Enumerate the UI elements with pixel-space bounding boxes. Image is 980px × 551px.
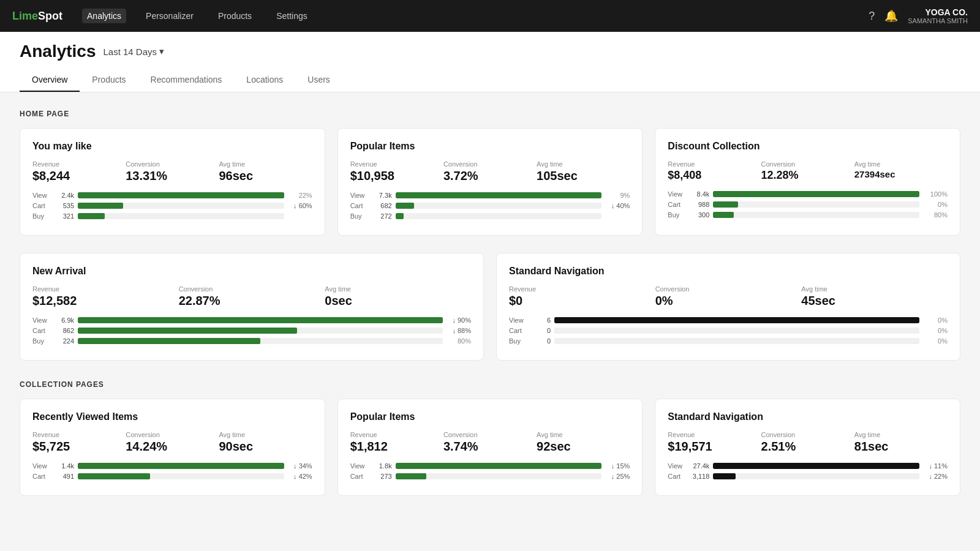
home-page-section-title: HOME PAGE — [20, 110, 960, 118]
collection-pages-section: COLLECTION PAGES Recently Viewed Items R… — [20, 380, 960, 496]
tab-overview[interactable]: Overview — [20, 69, 80, 92]
card-title: New Arrival — [32, 266, 471, 277]
card-title: Recently Viewed Items — [32, 411, 312, 422]
logo[interactable]: LimeSpot — [12, 10, 62, 23]
nav-products[interactable]: Products — [213, 9, 257, 23]
topnav-right: ? 🔔 YOGA CO. SAMANTHA SMITH — [869, 7, 968, 24]
revenue-value: $8,244 — [32, 169, 126, 183]
tab-products[interactable]: Products — [80, 69, 138, 92]
card-new-arrival: New Arrival Revenue $12,582 Conversion 2… — [20, 253, 484, 361]
avgtime-label: Avg time — [219, 160, 312, 168]
bell-icon[interactable]: 🔔 — [884, 9, 898, 23]
card-title: Standard Navigation — [509, 266, 948, 277]
main-content: HOME PAGE You may like Revenue $8,244 Co… — [0, 92, 980, 533]
topnav: LimeSpot Analytics Personalizer Products… — [0, 0, 980, 32]
collection-pages-cards: Recently Viewed Items Revenue $5,725 Con… — [20, 399, 960, 496]
card-title: Popular Items — [350, 411, 630, 422]
collection-pages-title: COLLECTION PAGES — [20, 380, 960, 389]
nav-settings[interactable]: Settings — [271, 9, 312, 23]
tab-locations[interactable]: Locations — [234, 69, 295, 92]
card-title: Discount Collection — [668, 141, 948, 152]
card-popular-items-home: Popular Items Revenue $10,958 Conversion… — [337, 128, 643, 236]
card-standard-nav-collection: Standard Navigation Revenue $19,571 Conv… — [655, 399, 960, 496]
home-page-cards-row2: New Arrival Revenue $12,582 Conversion 2… — [20, 253, 960, 361]
card-title: Standard Navigation — [668, 411, 948, 422]
card-you-may-like: You may like Revenue $8,244 Conversion 1… — [20, 128, 325, 236]
nav-analytics[interactable]: Analytics — [82, 9, 126, 23]
tab-recommendations[interactable]: Recommendations — [138, 69, 235, 92]
card-recently-viewed: Recently Viewed Items Revenue $5,725 Con… — [20, 399, 325, 496]
user-name: SAMANTHA SMITH — [908, 17, 968, 24]
card-title: Popular Items — [350, 141, 630, 152]
help-icon[interactable]: ? — [869, 10, 875, 23]
date-range-button[interactable]: Last 14 Days ▾ — [104, 46, 165, 57]
nav-personalizer[interactable]: Personalizer — [141, 9, 198, 23]
tab-users[interactable]: Users — [295, 69, 342, 92]
home-page-cards-row1: You may like Revenue $8,244 Conversion 1… — [20, 128, 960, 236]
card-standard-nav-home: Standard Navigation Revenue $0 Conversio… — [496, 253, 960, 361]
page-title: Analytics — [20, 42, 96, 61]
conversion-value: 13.31% — [126, 169, 219, 183]
card-title: You may like — [32, 141, 312, 152]
revenue-label: Revenue — [32, 160, 126, 168]
avgtime-value: 96sec — [219, 169, 312, 183]
home-page-section: HOME PAGE You may like Revenue $8,244 Co… — [20, 110, 960, 361]
conversion-label: Conversion — [126, 160, 219, 168]
company-name: YOGA CO. — [908, 7, 968, 17]
card-discount-collection: Discount Collection Revenue $8,408 Conve… — [655, 128, 960, 236]
page-header: Analytics Last 14 Days ▾ Overview Produc… — [0, 32, 980, 92]
tabs: Overview Products Recommendations Locati… — [20, 69, 960, 92]
user-info[interactable]: YOGA CO. SAMANTHA SMITH — [908, 7, 968, 24]
card-popular-items-collection: Popular Items Revenue $1,812 Conversion … — [337, 399, 643, 496]
